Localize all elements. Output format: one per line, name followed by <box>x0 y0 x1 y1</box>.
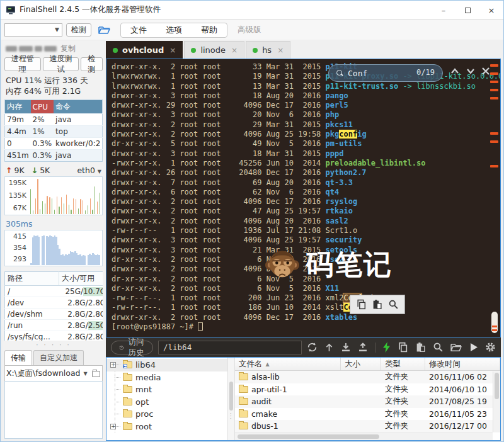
accelerate-icon[interactable] <box>382 342 391 353</box>
monitor-sidebar: 复制 进程管理 速度测试 检测 CPU 11% 运行 336 天 内存 64% … <box>3 41 105 439</box>
copy-ip-link[interactable]: 复制 <box>60 43 76 54</box>
scrollbar-thumb[interactable] <box>238 434 379 439</box>
process-row[interactable]: 79m2%java <box>5 114 103 126</box>
tree-item[interactable]: media <box>106 371 227 384</box>
search-prev-button[interactable] <box>450 67 460 76</box>
menu-item[interactable]: 选项 <box>156 25 192 36</box>
col-cpu[interactable]: CPU <box>31 100 54 114</box>
tree-item[interactable]: opt <box>106 396 227 409</box>
col-memory[interactable]: 内存 <box>5 100 31 114</box>
close-tab-icon[interactable]: × <box>231 46 238 55</box>
history-button[interactable]: 访问历史 <box>111 341 153 354</box>
file-list-hscrollbar[interactable] <box>235 433 493 440</box>
file-row[interactable]: audit 文件夹 2017/08/25 19 <box>235 395 500 408</box>
copy-icon[interactable] <box>398 342 408 353</box>
download-icon[interactable] <box>341 343 351 353</box>
process-row[interactable]: 4.4m1%top <box>5 126 103 138</box>
terminal[interactable]: drwxr-xr-x. 2 root root 33 Mar 31 2015 p… <box>106 59 501 337</box>
sidebar-button[interactable]: 速度测试 <box>43 57 79 71</box>
col-size[interactable]: 大小 <box>341 358 381 370</box>
col-mtime[interactable]: 修改时间 <box>425 358 500 370</box>
run-icon[interactable] <box>469 343 478 352</box>
open-folder-icon[interactable] <box>450 343 462 352</box>
remote-path-input[interactable] <box>158 341 302 354</box>
paste-icon[interactable] <box>415 342 426 353</box>
tree-item[interactable]: mnt <box>106 383 227 396</box>
expander-icon[interactable] <box>110 424 116 429</box>
search-match-mark <box>490 140 498 143</box>
session-tab[interactable]: linode × <box>184 41 244 59</box>
search-close-button[interactable] <box>481 67 490 76</box>
close-button[interactable]: × <box>479 1 503 20</box>
search-next-button[interactable] <box>466 67 476 76</box>
sidebar-button[interactable]: 检测 <box>81 57 103 71</box>
parent-directory-icon[interactable] <box>324 343 334 353</box>
expander-icon[interactable] <box>110 362 116 368</box>
file-list-vscrollbar[interactable] <box>493 371 500 432</box>
disk-row[interactable]: /dev/shm 2.8G/2.8G <box>5 309 103 320</box>
tree-item[interactable]: lib64 <box>106 359 227 371</box>
tree-item[interactable]: root <box>106 421 227 433</box>
transfer-tab[interactable]: 传输 <box>4 350 32 365</box>
folder-icon <box>239 373 248 380</box>
scrollbar-thumb[interactable] <box>491 312 498 333</box>
maximize-button[interactable] <box>455 1 479 20</box>
file-row[interactable]: cmake 文件夹 2016/11/05 23 <box>235 408 500 421</box>
interface-select[interactable]: eth0 ▼ <box>77 166 101 175</box>
app-icon <box>6 5 16 15</box>
scrollbar-thumb[interactable] <box>229 382 233 411</box>
search-input[interactable] <box>348 69 404 78</box>
close-tab-icon[interactable]: × <box>169 46 176 55</box>
browse-folder-icon[interactable] <box>92 371 100 377</box>
disk-row[interactable]: / 25G/10.7G <box>5 286 103 297</box>
connection-select[interactable]: ▼ <box>4 23 62 37</box>
close-tab-icon[interactable]: × <box>277 46 284 55</box>
transfer-tabs: 传输 自定义加速 <box>4 350 103 365</box>
session-tab[interactable]: ovhcloud × <box>106 41 183 59</box>
file-row[interactable]: alsa-lib 文件夹 2016/11/06 02 <box>235 371 500 383</box>
file-row[interactable]: dbus-1 文件夹 2016/12/17 00 <box>235 420 500 433</box>
download-path-select[interactable]: X:\桌面\fsdownload ▼ <box>4 365 103 381</box>
session-tab[interactable]: hs × <box>246 41 290 59</box>
sidebar-button[interactable]: 进程管理 <box>4 57 41 71</box>
tree-scrollbar[interactable]: ··· <box>227 358 235 440</box>
menu-item[interactable]: 文件 <box>121 25 156 36</box>
terminal-line: drwxr-xr-x. 3 root root 20 Nov 6 2016 ph… <box>112 110 500 120</box>
search-icon[interactable] <box>433 342 444 353</box>
scrollbar-thumb[interactable] <box>495 373 499 399</box>
ping-ytick: 354 <box>6 244 26 251</box>
file-row[interactable]: apr-util-1 文件夹 2014/06/10 10 <box>235 383 500 396</box>
paste-icon[interactable] <box>372 299 382 310</box>
minimize-button[interactable]: – <box>432 1 455 20</box>
connected-status-icon <box>253 48 258 53</box>
menu-item[interactable]: 帮助 <box>192 25 227 36</box>
terminal-scrollbar[interactable] <box>490 60 499 336</box>
col-filename[interactable]: 文件名▲ <box>235 358 341 370</box>
col-command[interactable]: 命令 <box>54 100 103 114</box>
transfer-tab[interactable]: 自定义加速 <box>33 350 84 365</box>
terminal-search-bar[interactable]: 0/19 <box>328 64 443 82</box>
detect-button[interactable]: 检测 <box>66 23 91 37</box>
process-row[interactable]: 451m0.3%java <box>5 150 103 162</box>
splitter-handle[interactable]: · · · · · <box>4 342 103 348</box>
col-type[interactable]: 类型 <box>381 358 425 370</box>
copy-icon[interactable] <box>356 299 367 310</box>
file-name: qt4 <box>326 188 340 196</box>
col-path[interactable]: 路径 <box>5 272 59 286</box>
search-match: conf <box>339 130 357 139</box>
disk-row[interactable]: /run 2.8G/2.5G <box>5 320 103 331</box>
settings-gear-icon[interactable] <box>485 342 496 353</box>
col-size[interactable]: 大小/可用 <box>59 272 103 286</box>
search-match-mark <box>490 165 498 167</box>
open-connections-folder-icon[interactable] <box>98 25 112 36</box>
tree-item[interactable]: proc <box>106 408 227 421</box>
folder-icon <box>239 398 248 405</box>
upload-icon[interactable] <box>358 343 368 353</box>
process-row[interactable]: 00.3%kworker/0:2 <box>5 138 103 150</box>
refresh-icon[interactable] <box>307 342 318 353</box>
server-stats: CPU 11% 运行 336 天 内存 64% 可用 2.1G <box>4 75 103 96</box>
disk-row[interactable]: /dev 2.8G/2.8G <box>5 297 103 309</box>
search-icon[interactable] <box>388 299 399 310</box>
transfer-list[interactable] <box>4 381 103 439</box>
disk-row[interactable]: /sys/fs/cg... 2.8G/2.8G <box>5 331 103 341</box>
